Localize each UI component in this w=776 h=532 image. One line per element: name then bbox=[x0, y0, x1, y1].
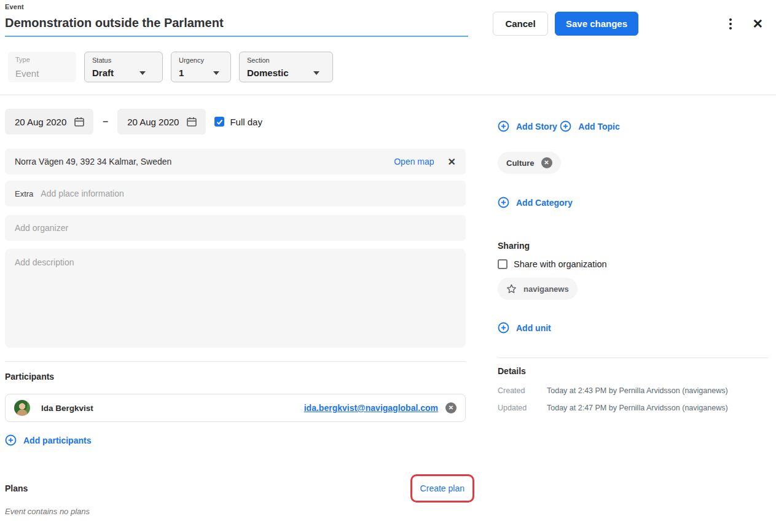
section-value: Domestic bbox=[247, 68, 289, 78]
details-rows: Created Today at 2:43 PM by Pernilla Arv… bbox=[498, 386, 768, 412]
add-participants-button[interactable]: Add participants bbox=[5, 434, 91, 446]
updated-label: Updated bbox=[498, 404, 547, 412]
event-editor: Event Demonstration outside the Parlamen… bbox=[0, 0, 776, 516]
plus-circle-icon bbox=[5, 434, 17, 446]
plus-circle-icon bbox=[560, 120, 571, 132]
urgency-value: 1 bbox=[179, 68, 184, 78]
status-dropdown[interactable]: Status Draft bbox=[84, 52, 163, 82]
topic-chip: Culture ✕ bbox=[498, 152, 561, 174]
organizer-placeholder: Add organizer bbox=[15, 223, 68, 233]
description-placeholder: Add description bbox=[15, 257, 74, 267]
add-story-button[interactable]: Add Story bbox=[498, 120, 557, 132]
type-value: Event bbox=[15, 68, 69, 79]
sharing-heading: Sharing bbox=[498, 241, 768, 251]
date-row: 20 Aug 2020 – 20 Aug 2020 Full day bbox=[5, 109, 466, 135]
detail-row-updated: Updated Today at 2:47 PM by Pernilla Arv… bbox=[498, 404, 768, 412]
calendar-icon bbox=[186, 116, 197, 127]
save-changes-button[interactable]: Save changes bbox=[555, 12, 638, 36]
full-day-label: Full day bbox=[230, 117, 262, 127]
participants-divider bbox=[5, 361, 466, 362]
right-column: Add Story Add Topic Culture ✕ Add Catego… bbox=[498, 95, 768, 516]
chevron-down-icon bbox=[213, 71, 219, 75]
avatar bbox=[14, 400, 30, 416]
plans-row: Plans Create plan bbox=[5, 474, 466, 503]
full-day-toggle[interactable]: Full day bbox=[214, 117, 262, 127]
end-date-picker[interactable]: 20 Aug 2020 bbox=[117, 109, 206, 135]
cancel-button[interactable]: Cancel bbox=[493, 12, 548, 36]
extra-place-field[interactable]: Extra Add place information bbox=[5, 181, 466, 206]
add-story-label: Add Story bbox=[516, 122, 557, 131]
add-topic-label: Add Topic bbox=[578, 122, 619, 131]
share-checkbox[interactable] bbox=[498, 259, 508, 269]
content-type-label: Event bbox=[5, 3, 468, 10]
participant-row: Ida Bergkvist ida.bergkvist@navigaglobal… bbox=[5, 394, 466, 422]
window-actions: ✕ bbox=[727, 16, 768, 32]
updated-value: Today at 2:47 PM by Pernilla Arvidsson (… bbox=[547, 404, 728, 412]
share-label: Share with organization bbox=[514, 259, 607, 269]
create-plan-link[interactable]: Create plan bbox=[420, 483, 464, 493]
open-map-link[interactable]: Open map bbox=[394, 157, 434, 166]
plus-circle-icon bbox=[498, 322, 509, 334]
chevron-down-icon bbox=[313, 71, 319, 75]
address-value: Norra Vägen 49, 392 34 Kalmar, Sweden bbox=[15, 157, 171, 166]
full-day-checkbox[interactable] bbox=[214, 117, 224, 127]
remove-participant-icon[interactable]: ✕ bbox=[445, 402, 457, 413]
plans-heading: Plans bbox=[5, 483, 28, 493]
start-date-value: 20 Aug 2020 bbox=[15, 117, 66, 127]
plus-circle-icon bbox=[498, 197, 509, 208]
title-block: Event Demonstration outside the Parlamen… bbox=[5, 3, 468, 37]
participant-name: Ida Bergkvist bbox=[41, 404, 93, 413]
detail-row-created: Created Today at 2:43 PM by Pernilla Arv… bbox=[498, 386, 768, 395]
topbar: Event Demonstration outside the Parlamen… bbox=[5, 3, 768, 37]
close-icon[interactable]: ✕ bbox=[752, 17, 763, 30]
header-actions: Cancel Save changes ✕ bbox=[493, 12, 768, 36]
plans-empty-text: Event contains no plans bbox=[5, 507, 466, 516]
extra-placeholder: Add place information bbox=[41, 189, 123, 198]
date-range-dash: – bbox=[103, 116, 108, 127]
status-label: Status bbox=[92, 57, 155, 64]
address-field[interactable]: Norra Vägen 49, 392 34 Kalmar, Sweden Op… bbox=[5, 149, 466, 174]
check-icon bbox=[216, 119, 223, 125]
kebab-menu-icon[interactable] bbox=[727, 16, 734, 32]
add-category-label: Add Category bbox=[516, 198, 573, 208]
clear-address-icon[interactable]: ✕ bbox=[448, 156, 456, 168]
unit-chip: naviganews bbox=[498, 278, 578, 300]
calendar-icon bbox=[74, 116, 85, 127]
share-with-org-toggle[interactable]: Share with organization bbox=[498, 259, 768, 269]
participants-heading: Participants bbox=[5, 372, 466, 381]
section-dropdown[interactable]: Section Domestic bbox=[239, 52, 333, 82]
add-unit-label: Add unit bbox=[516, 323, 551, 333]
star-icon[interactable] bbox=[506, 284, 517, 294]
created-value: Today at 2:43 PM by Pernilla Arvidsson (… bbox=[547, 386, 728, 395]
topic-chip-label: Culture bbox=[506, 158, 535, 168]
participant-email-link[interactable]: ida.bergkvist@navigaglobal.com bbox=[304, 403, 438, 413]
add-unit-button[interactable]: Add unit bbox=[498, 322, 768, 334]
description-field[interactable]: Add description bbox=[5, 249, 466, 348]
details-divider bbox=[498, 358, 768, 358]
annotation-highlight: Create plan bbox=[410, 474, 474, 503]
details-heading: Details bbox=[498, 366, 768, 376]
urgency-dropdown[interactable]: Urgency 1 bbox=[171, 52, 231, 82]
remove-topic-icon[interactable]: ✕ bbox=[541, 157, 552, 168]
type-field: Type Event bbox=[8, 52, 76, 82]
urgency-label: Urgency bbox=[179, 57, 223, 64]
main-content: 20 Aug 2020 – 20 Aug 2020 Full day Norra… bbox=[5, 95, 768, 516]
start-date-picker[interactable]: 20 Aug 2020 bbox=[5, 109, 93, 135]
event-title-input[interactable]: Demonstration outside the Parlament bbox=[5, 16, 468, 37]
add-topic-button[interactable]: Add Topic bbox=[560, 120, 619, 132]
created-label: Created bbox=[498, 386, 547, 395]
section-label: Section bbox=[247, 57, 325, 64]
type-label: Type bbox=[15, 56, 69, 63]
add-participants-label: Add participants bbox=[23, 436, 91, 445]
extra-label: Extra bbox=[15, 189, 33, 198]
left-column: 20 Aug 2020 – 20 Aug 2020 Full day Norra… bbox=[5, 95, 466, 516]
meta-row: Type Event Status Draft Urgency 1 Sectio… bbox=[8, 52, 768, 82]
end-date-value: 20 Aug 2020 bbox=[127, 117, 179, 127]
unit-chip-label: naviganews bbox=[523, 284, 569, 294]
organizer-field[interactable]: Add organizer bbox=[5, 215, 466, 241]
add-category-button[interactable]: Add Category bbox=[498, 197, 573, 208]
plus-circle-icon bbox=[498, 120, 509, 132]
status-value: Draft bbox=[92, 68, 114, 78]
chevron-down-icon bbox=[139, 71, 146, 75]
